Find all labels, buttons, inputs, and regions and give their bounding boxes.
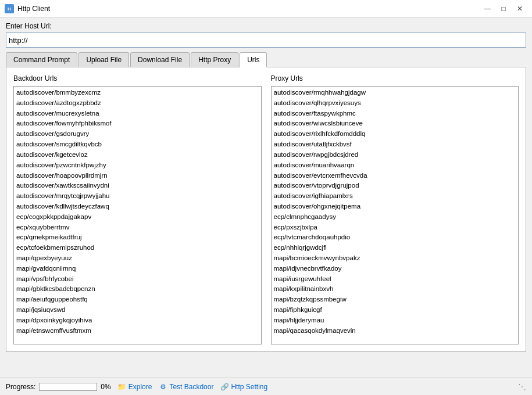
tab-download-file[interactable]: Download File bbox=[130, 52, 190, 67]
list-item: ecp/cogxpkkppdajgakapv bbox=[16, 212, 259, 222]
list-item: mapi/idjvnecbrvtfkadoy bbox=[274, 264, 516, 274]
progress-percent: 0% bbox=[101, 383, 110, 391]
http-setting-label: Http Setting bbox=[231, 383, 267, 391]
list-item: autodiscover/vtoprvdjgrujpod bbox=[274, 181, 516, 191]
close-button[interactable]: ✕ bbox=[512, 3, 527, 15]
list-item: autodiscover/igfhiapamlxrs bbox=[274, 191, 516, 202]
tab-urls[interactable]: Urls bbox=[240, 52, 267, 67]
backdoor-panel: Backdoor Urls autodiscover/bmmbyzexcmzau… bbox=[13, 74, 262, 344]
list-item: mapi/aeiufqguppeohstfq bbox=[16, 295, 259, 305]
proxy-title: Proxy Urls bbox=[271, 74, 519, 82]
list-item: autodiscover/rmqhhwahgjdagw bbox=[274, 88, 516, 98]
backdoor-list[interactable]: autodiscover/bmmbyzexcmzautodiscover/azd… bbox=[13, 86, 262, 344]
list-item: autodiscover/xawtkscsaiinvydni bbox=[16, 181, 259, 191]
list-item: mapi/dpxoinkygkqjoyihiva bbox=[16, 315, 259, 326]
list-item: mapi/etnswcmffvusftmxm bbox=[16, 326, 259, 336]
list-item: mapi/kxpilitnainbxvh bbox=[274, 284, 516, 295]
app-icon: H bbox=[5, 4, 14, 13]
tab-http-proxy[interactable]: Http Proxy bbox=[191, 52, 238, 67]
list-item: mapi/fiphkguicgf bbox=[274, 305, 516, 315]
explore-label: Explore bbox=[128, 383, 152, 391]
list-item: mapi/bcmioeckmvwynbvpakz bbox=[274, 253, 516, 264]
list-item: autodiscover/ftaspywkphmc bbox=[274, 109, 516, 119]
list-item: autodiscover/ohgxnejqitpema bbox=[274, 202, 516, 212]
host-url-label: Enter Host Url: bbox=[6, 22, 526, 30]
list-item: autodiscover/utatljfxckbvsf bbox=[274, 139, 516, 150]
list-item: ecp/clmnphcgaadysy bbox=[274, 212, 516, 222]
list-item: autodiscover/gsdorugvry bbox=[16, 129, 259, 139]
list-item: ecp/nhhiqrjgwdcjfl bbox=[274, 243, 516, 253]
window-title: Http Client bbox=[17, 5, 50, 13]
test-backdoor-label: Test Backdoor bbox=[169, 383, 213, 391]
svg-text:H: H bbox=[8, 6, 11, 12]
tab-content-urls: Backdoor Urls autodiscover/bmmbyzexcmzau… bbox=[6, 67, 526, 352]
list-item: mapi/iusrgewuhfeel bbox=[274, 274, 516, 285]
list-item: autodiscover/kdllwjtsdeyczfawq bbox=[16, 202, 259, 212]
window-controls: — □ ✕ bbox=[480, 3, 527, 15]
host-url-input[interactable] bbox=[6, 33, 526, 48]
maximize-button[interactable]: □ bbox=[496, 3, 511, 15]
list-item: autodiscover/rixlhfckdfomdddlq bbox=[274, 129, 516, 139]
list-item: ecp/pxszjbxlpa bbox=[274, 222, 516, 233]
list-item: autodiscover/evtcrxemfhevcvda bbox=[274, 171, 516, 181]
backdoor-title: Backdoor Urls bbox=[13, 74, 262, 82]
list-item: autodiscover/qlhqrpvxiyesuys bbox=[274, 98, 516, 109]
tab-command-prompt[interactable]: Command Prompt bbox=[6, 52, 77, 67]
list-item: mapi/gvafdqcniimnq bbox=[16, 264, 259, 274]
list-item: autodiscover/fowmyhfphbiksmof bbox=[16, 119, 259, 129]
list-item: mapi/gbktkcsbadcbqpcnzn bbox=[16, 284, 259, 295]
proxy-list[interactable]: autodiscover/rmqhhwahgjdagwautodiscover/… bbox=[271, 86, 519, 344]
progress-bar-container bbox=[39, 383, 97, 391]
proxy-panel: Proxy Urls autodiscover/rmqhhwahgjdagwau… bbox=[271, 74, 519, 344]
list-item: autodiscover/kgetcevloz bbox=[16, 150, 259, 160]
list-item: ecp/xquybberrtmv bbox=[16, 222, 259, 233]
list-item: mapi/jqsiuqvswd bbox=[16, 305, 259, 315]
list-item: autodiscover/bmmbyzexcmz bbox=[16, 88, 259, 98]
list-item: autodiscover/mucrexysletna bbox=[16, 109, 259, 119]
list-item: mapi/qpexbyeyuuz bbox=[16, 253, 259, 264]
folder-icon: 📁 bbox=[118, 383, 126, 391]
list-item: autodiscover/hoapoovpllrdmjrn bbox=[16, 171, 259, 181]
list-item: mapi/qacasqokdylmaqvevin bbox=[274, 326, 516, 336]
bug-icon: ⚙ bbox=[159, 383, 167, 391]
progress-section: Progress: 0% bbox=[6, 383, 111, 391]
tabs-bar: Command Prompt Upload File Download File… bbox=[6, 52, 526, 67]
list-item: autodiscover/azdtogxzpbbdz bbox=[16, 98, 259, 109]
list-item: autodiscover/muarihvaarqn bbox=[274, 160, 516, 171]
list-item: autodiscover/rwpgjbdcsjdred bbox=[274, 150, 516, 160]
resize-grip: ⋱ bbox=[518, 382, 526, 392]
list-item: ecp/tcfoekbmemipszruhod bbox=[16, 243, 259, 253]
explore-link[interactable]: 📁 Explore bbox=[118, 383, 152, 391]
list-item: mapi/hljjderymau bbox=[274, 315, 516, 326]
http-setting-link[interactable]: 🔗 Http Setting bbox=[220, 383, 267, 391]
settings-icon: 🔗 bbox=[220, 383, 228, 391]
main-content: Enter Host Url: Command Prompt Upload Fi… bbox=[0, 17, 532, 352]
title-left: H Http Client bbox=[5, 4, 50, 13]
list-item: autodiscover/mrqytcqjrpwyjjahu bbox=[16, 191, 259, 202]
list-item: mapi/vpsfbhfycobei bbox=[16, 274, 259, 285]
list-item: autodiscover/smcgdiltkqvbcb bbox=[16, 139, 259, 150]
list-item: ecp/tvtcmarchdoqauhpdio bbox=[274, 232, 516, 243]
lists-container: Backdoor Urls autodiscover/bmmbyzexcmzau… bbox=[13, 74, 519, 344]
tab-upload-file[interactable]: Upload File bbox=[78, 52, 129, 67]
test-backdoor-link[interactable]: ⚙ Test Backdoor bbox=[159, 383, 213, 391]
minimize-button[interactable]: — bbox=[480, 3, 495, 15]
status-bar: Progress: 0% 📁 Explore ⚙ Test Backdoor 🔗… bbox=[0, 378, 532, 395]
list-item: autodiscover/pzwcntnkfpwjzhy bbox=[16, 160, 259, 171]
title-bar: H Http Client — □ ✕ bbox=[0, 0, 532, 17]
list-item: ecp/qmekpmeikadtfruj bbox=[16, 232, 259, 243]
progress-label: Progress: bbox=[6, 383, 35, 391]
list-item: mapi/bzqtzkqpssmbegiw bbox=[274, 295, 516, 305]
list-item: autodiscover/wiwcslsbiunceve bbox=[274, 119, 516, 129]
